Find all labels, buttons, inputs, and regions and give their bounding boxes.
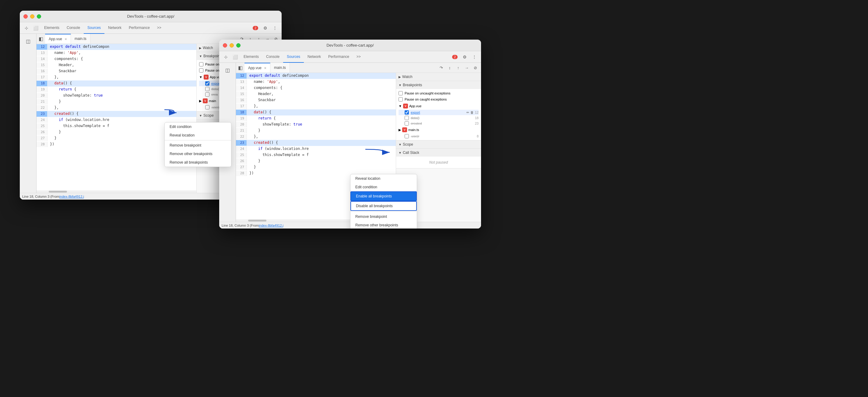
sidebar-left-icon-1[interactable]: ◧ bbox=[36, 34, 45, 43]
device-icon[interactable]: ⬜ bbox=[31, 24, 40, 32]
bp-uncaught-2: Pause on uncaught exceptions bbox=[399, 90, 478, 96]
status-link-1[interactable]: index-8bfa4912.j bbox=[59, 195, 84, 198]
bp-uncaught-checkbox-1[interactable] bbox=[199, 62, 204, 66]
code-line-2-19: 19 return { bbox=[236, 115, 396, 121]
more-icon-1[interactable]: ⋮ bbox=[271, 24, 279, 32]
code-line-14: 14 components: { bbox=[36, 56, 196, 62]
tab-console-1[interactable]: Console bbox=[63, 22, 84, 34]
code-line-2-23: 23 created() { bbox=[236, 140, 396, 146]
ctx-remove-all-1[interactable]: Remove all breakpoints bbox=[165, 158, 231, 167]
cursor-icon-2[interactable]: ⊹ bbox=[222, 53, 230, 61]
bp-use-checkbox-1[interactable] bbox=[205, 105, 210, 109]
ctx-reveal-location-1[interactable]: Reveal location bbox=[165, 131, 231, 140]
sidebar-toggle-2[interactable]: ◫ bbox=[222, 65, 232, 75]
ctx-disable-all-2[interactable]: Disable all breakpoints bbox=[350, 201, 417, 211]
bp-caught-checkbox-1[interactable] bbox=[199, 68, 204, 73]
bp-created-checkbox-2[interactable] bbox=[405, 121, 409, 125]
tab-console-2[interactable]: Console bbox=[262, 51, 283, 63]
ctx-reveal-location-2[interactable]: Reveal location bbox=[350, 174, 417, 183]
code-line-17: 17 }, bbox=[36, 74, 196, 80]
continue-icon-2[interactable]: → bbox=[463, 64, 471, 72]
code-line-2-18: 18 data() { bbox=[236, 109, 396, 115]
settings-icon-1[interactable]: ⚙ bbox=[261, 24, 270, 32]
scrollbar-h-1[interactable] bbox=[36, 191, 196, 193]
minimize-button-2[interactable] bbox=[229, 43, 234, 48]
maximize-button-1[interactable] bbox=[37, 14, 41, 19]
ctx-remove-other-2[interactable]: Remove other breakpoints bbox=[350, 221, 417, 228]
code-line-2-25: 25 this.showTemplate = f bbox=[236, 152, 396, 158]
close-button-1[interactable] bbox=[24, 14, 28, 19]
devtools-nav-1: ⊹ ⬜ Elements Console Sources Network Per… bbox=[20, 22, 282, 34]
tab-network-1[interactable]: Network bbox=[104, 22, 125, 34]
tab-sources-2[interactable]: Sources bbox=[283, 51, 304, 63]
ctx-edit-condition-2[interactable]: Edit condition bbox=[350, 183, 417, 191]
ctx-remove-other-1[interactable]: Remove other breakpoints bbox=[165, 150, 231, 158]
step-over-icon-2[interactable]: ↷ bbox=[437, 64, 445, 72]
breakpoints-header-2[interactable]: ▼ Breakpoints bbox=[396, 81, 481, 89]
sidebar-left-icon-2[interactable]: ◧ bbox=[236, 63, 245, 72]
bp-edit-icon-2[interactable]: ✏ bbox=[466, 111, 469, 115]
ctx-remove-bp-2[interactable]: Remove breakpoint bbox=[350, 212, 417, 221]
watch-arrow: ▶ bbox=[199, 46, 202, 50]
file-tab-close-1[interactable]: ✕ bbox=[65, 37, 67, 41]
tab-more-2[interactable]: >> bbox=[353, 51, 365, 63]
file-tab-maints-2[interactable]: main.ts bbox=[270, 63, 290, 73]
code-line-19: 19 return { bbox=[36, 87, 196, 93]
cursor-icon[interactable]: ⊹ bbox=[22, 24, 31, 32]
bp-uncaught-checkbox-2[interactable] bbox=[399, 91, 403, 95]
watch-header-2[interactable]: ▶ Watch bbox=[396, 73, 481, 81]
code-line-13: 13 name: 'App', bbox=[36, 50, 196, 56]
scope-header-2[interactable]: ▼ Scope bbox=[396, 140, 481, 148]
window-title-2: DevTools - coffee-cart.app/ bbox=[327, 43, 374, 48]
tab-elements-2[interactable]: Elements bbox=[240, 51, 262, 63]
settings-icon-2[interactable]: ⚙ bbox=[460, 53, 469, 61]
code-line-2-20: 20 showTemplate: true bbox=[236, 121, 396, 127]
code-line-20: 20 showTemplate: true bbox=[36, 93, 196, 99]
code-line-12: 12 export default defineCompon bbox=[36, 44, 196, 50]
bp-caught-checkbox-2[interactable] bbox=[399, 97, 403, 102]
tab-network-2[interactable]: Network bbox=[304, 51, 324, 63]
step-into-icon-2[interactable]: ↕ bbox=[446, 64, 454, 72]
bp-data-checkbox-2[interactable] bbox=[405, 116, 409, 120]
ctx-remove-breakpoint-1[interactable]: Remove breakpoint bbox=[165, 141, 231, 150]
code-line-2-27: 27 } bbox=[236, 164, 396, 170]
context-menu-1: Edit condition Reveal location Remove br… bbox=[164, 122, 231, 167]
sidebar-toggle-1[interactable]: ◫ bbox=[23, 36, 33, 46]
call-stack-header-2[interactable]: ▼ Call Stack bbox=[396, 149, 481, 157]
window-title-1: DevTools - coffee-cart.app/ bbox=[127, 14, 174, 19]
close-button-2[interactable] bbox=[223, 43, 227, 48]
tab-list-2: Elements Console Sources Network Perform… bbox=[240, 51, 450, 63]
device-icon-2[interactable]: ⬜ bbox=[231, 53, 239, 61]
more-icon-2[interactable]: ⋮ bbox=[470, 53, 478, 61]
bp-file-appvue-2: ▼ V App.vue bbox=[399, 103, 478, 110]
title-bar-2: DevTools - coffee-cart.app/ bbox=[219, 39, 481, 51]
tab-performance-2[interactable]: Performance bbox=[324, 51, 353, 63]
minimize-button-1[interactable] bbox=[30, 14, 34, 19]
bp-export-checkbox-2[interactable] bbox=[405, 110, 409, 115]
file-tab-maints-1[interactable]: main.ts bbox=[71, 34, 90, 44]
file-tab-appvue-2[interactable]: App.vue ✕ bbox=[245, 63, 270, 73]
ctx-enable-all-2[interactable]: Enable all breakpoints bbox=[350, 191, 417, 201]
bp-export-checkbox-1[interactable] bbox=[205, 81, 210, 86]
bp-crea-checkbox-1[interactable] bbox=[205, 92, 210, 96]
step-out-icon-2[interactable]: ↑ bbox=[454, 64, 462, 72]
tab-elements-1[interactable]: Elements bbox=[40, 22, 63, 34]
tab-more-1[interactable]: >> bbox=[153, 22, 165, 34]
code-line-2-14: 14 components: { bbox=[236, 85, 396, 91]
bp-delete-icon-2[interactable]: 🗑 bbox=[470, 111, 474, 114]
bp-data-checkbox-1[interactable] bbox=[205, 87, 210, 91]
file-tabs-2: ◧ App.vue ✕ main.ts bbox=[236, 63, 435, 73]
tab-sources-1[interactable]: Sources bbox=[84, 22, 104, 34]
ctx-edit-condition-1[interactable]: Edit condition bbox=[165, 122, 231, 131]
watch-section-2: ▶ Watch bbox=[396, 73, 481, 81]
no-break-icon-2[interactable]: ⊘ bbox=[471, 64, 479, 72]
file-tab-close-2[interactable]: ✕ bbox=[264, 66, 267, 70]
code-editor-1: 12 export default defineCompon 13 name: … bbox=[36, 44, 196, 200]
tab-performance-1[interactable]: Performance bbox=[125, 22, 153, 34]
maximize-button-2[interactable] bbox=[236, 43, 241, 48]
file-tab-appvue-1[interactable]: App.vue ✕ bbox=[45, 34, 71, 44]
bp-use-checkbox-2[interactable] bbox=[405, 134, 409, 138]
breakpoints-section-2: ▼ Breakpoints Pause on uncaught exceptio… bbox=[396, 81, 481, 140]
code-line-2-12: 12 export default defineCompon bbox=[236, 73, 396, 79]
status-link-2[interactable]: index-8bfa4912.j bbox=[259, 224, 283, 227]
